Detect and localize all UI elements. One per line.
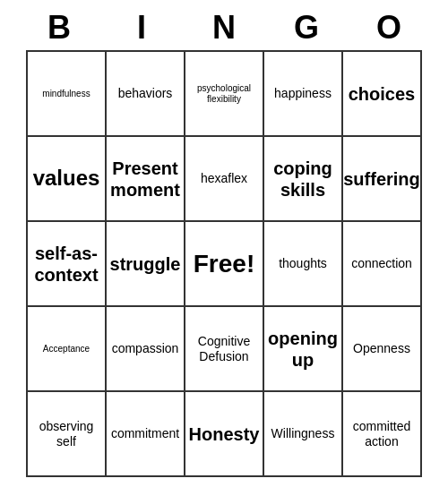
cell-text-7: hexaflex: [201, 171, 247, 186]
cell-text-8: coping skills: [268, 158, 338, 201]
title-letter-G: G: [267, 9, 346, 47]
cell-text-12: Free!: [194, 249, 254, 279]
title-letter-N: N: [185, 9, 263, 47]
bingo-cell-9[interactable]: suffering: [343, 137, 422, 222]
title-letter-B: B: [20, 9, 99, 47]
bingo-cell-22[interactable]: Honesty: [185, 392, 264, 477]
cell-text-4: choices: [349, 83, 415, 105]
cell-text-23: Willingness: [271, 426, 335, 441]
bingo-cell-1[interactable]: behaviors: [107, 52, 185, 137]
bingo-cell-8[interactable]: coping skills: [264, 137, 343, 222]
bingo-cell-21[interactable]: commitment: [107, 392, 185, 477]
cell-text-9: suffering: [343, 168, 420, 190]
bingo-cell-10[interactable]: self-as-context: [28, 222, 107, 307]
bingo-cell-19[interactable]: Openness: [343, 307, 422, 392]
bingo-cell-2[interactable]: psychological flexibility: [185, 52, 264, 137]
cell-text-16: compassion: [112, 341, 179, 356]
cell-text-5: values: [33, 166, 100, 192]
bingo-cell-13[interactable]: thoughts: [264, 222, 343, 307]
bingo-cell-4[interactable]: choices: [343, 52, 422, 137]
cell-text-2: psychological flexibility: [189, 83, 259, 105]
cell-text-11: struggle: [110, 253, 181, 275]
bingo-cell-6[interactable]: Present moment: [107, 137, 185, 222]
cell-text-20: observing self: [31, 419, 101, 449]
cell-text-17: Cognitive Defusion: [189, 334, 259, 364]
bingo-title: BINGO: [18, 9, 430, 47]
bingo-cell-5[interactable]: values: [28, 137, 107, 222]
title-letter-O: O: [349, 9, 428, 47]
cell-text-14: connection: [351, 256, 412, 271]
bingo-cell-7[interactable]: hexaflex: [185, 137, 264, 222]
cell-text-21: commitment: [111, 426, 179, 441]
bingo-cell-16[interactable]: compassion: [107, 307, 185, 392]
bingo-cell-20[interactable]: observing self: [28, 392, 107, 477]
cell-text-10: self-as-context: [31, 243, 101, 286]
bingo-grid: mindfulnessbehaviorspsychological flexib…: [26, 50, 422, 477]
cell-text-19: Openness: [353, 341, 410, 356]
bingo-cell-18[interactable]: opening up: [264, 307, 343, 392]
cell-text-0: mindfulness: [42, 89, 90, 99]
bingo-cell-14[interactable]: connection: [343, 222, 422, 307]
bingo-cell-23[interactable]: Willingness: [264, 392, 343, 477]
cell-text-6: Present moment: [110, 158, 180, 201]
bingo-cell-24[interactable]: committed action: [343, 392, 422, 477]
cell-text-13: thoughts: [279, 256, 327, 271]
bingo-cell-12[interactable]: Free!: [185, 222, 264, 307]
bingo-cell-3[interactable]: happiness: [264, 52, 343, 137]
bingo-cell-11[interactable]: struggle: [107, 222, 185, 307]
cell-text-18: opening up: [268, 328, 338, 371]
cell-text-22: Honesty: [189, 423, 260, 445]
cell-text-24: committed action: [347, 419, 417, 449]
bingo-cell-15[interactable]: Acceptance: [28, 307, 107, 392]
cell-text-15: Acceptance: [43, 344, 90, 355]
cell-text-3: happiness: [274, 86, 332, 101]
bingo-cell-0[interactable]: mindfulness: [28, 52, 107, 137]
title-letter-I: I: [102, 9, 181, 47]
cell-text-1: behaviors: [118, 86, 173, 101]
bingo-cell-17[interactable]: Cognitive Defusion: [185, 307, 264, 392]
